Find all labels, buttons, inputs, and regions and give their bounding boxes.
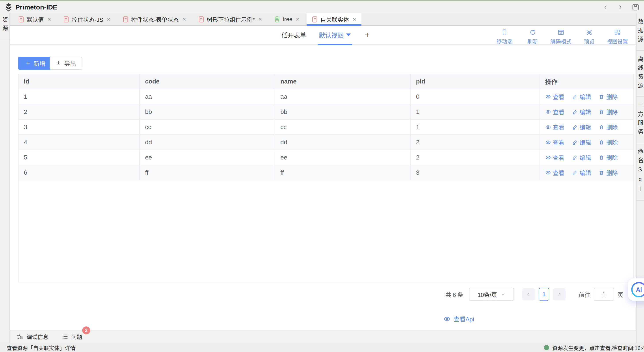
pencil-icon: [572, 109, 578, 115]
view-row-link[interactable]: 查看: [545, 138, 564, 146]
trash-icon: [598, 124, 604, 130]
edit-row-link[interactable]: 编辑: [572, 169, 591, 177]
status-bar: 查看资源「自关联实体」详情 资源发生变更，点击查看,检查时间:16:46: [0, 343, 644, 352]
sidebar-item-offline-resources[interactable]: 离线资源: [636, 51, 644, 97]
cell-id: 5: [18, 150, 140, 165]
edit-row-link[interactable]: 编辑: [572, 123, 591, 131]
tab-tree-entity[interactable]: tree ×: [269, 13, 305, 25]
mobile-preview-button[interactable]: 移动端: [492, 29, 518, 45]
cell-code: dd: [140, 135, 275, 150]
resource-change-notice[interactable]: 资源发生变更，点击查看,检查时间:16:46: [544, 343, 644, 352]
goto-page-label: 前往: [579, 290, 590, 299]
tab-control-state-form[interactable]: 控件状态-表单状态 ×: [118, 13, 191, 25]
problems-button[interactable]: 问题 2: [62, 333, 82, 341]
entity-data-table: id code name pid 操作 1 aa aa 0 查看 编辑 删除 2…: [18, 74, 634, 282]
export-button[interactable]: 导出: [50, 57, 82, 70]
view-actions: 移动端 刷新 编码模式 预览 视图设置: [492, 29, 630, 45]
problems-count-badge: 2: [82, 327, 90, 334]
view-row-link[interactable]: 查看: [545, 108, 564, 116]
add-button[interactable]: 新增: [18, 57, 52, 70]
close-icon[interactable]: ×: [48, 16, 51, 22]
next-page-button[interactable]: [553, 288, 566, 301]
pagination: 共 6 条 10条/页 1 前往 页: [446, 288, 623, 301]
close-icon[interactable]: ×: [182, 16, 186, 22]
delete-row-link[interactable]: 删除: [598, 169, 618, 177]
pencil-icon: [572, 155, 578, 160]
page-size-select[interactable]: 10条/页: [469, 288, 514, 301]
tab-default-value[interactable]: 默认值 ×: [13, 13, 56, 25]
plus-icon: [25, 60, 31, 66]
database-icon: [274, 16, 280, 23]
cell-id: 3: [18, 120, 140, 134]
edit-row-link[interactable]: 编辑: [572, 108, 591, 116]
save-icon[interactable]: [632, 3, 640, 11]
form-doc-icon: [18, 16, 24, 23]
trash-icon: [598, 139, 604, 145]
sidebar-item-thirdparty-services[interactable]: 三方服务: [636, 97, 644, 143]
table-row: 2 bb bb 1 查看 编辑 删除: [18, 104, 634, 120]
view-row-link[interactable]: 查看: [545, 153, 564, 161]
delete-row-link[interactable]: 删除: [598, 153, 618, 161]
column-header-code[interactable]: code: [140, 74, 275, 89]
code-mode-button[interactable]: 编码模式: [548, 29, 574, 45]
ai-label: Ai: [632, 283, 644, 296]
total-count-label: 共 6 条: [446, 290, 463, 299]
edit-row-link[interactable]: 编辑: [572, 153, 591, 161]
eye-icon: [545, 109, 551, 115]
refresh-button[interactable]: 刷新: [520, 29, 546, 45]
view-row-link[interactable]: 查看: [545, 92, 564, 101]
sidebar-item-resources[interactable]: 资源: [0, 13, 10, 40]
history-back-icon[interactable]: [602, 4, 609, 10]
view-row-link[interactable]: 查看: [545, 123, 564, 131]
left-sidebar: 资源: [0, 13, 10, 343]
view-api-link[interactable]: 查看Api: [444, 315, 474, 323]
tab-self-related-entity[interactable]: 自关联实体 ×: [306, 13, 361, 25]
code-window-icon: [558, 29, 564, 36]
delete-row-link[interactable]: 删除: [598, 108, 618, 116]
chevron-down-icon: [501, 292, 505, 297]
view-settings-button[interactable]: 视图设置: [604, 29, 630, 45]
delete-row-link[interactable]: 删除: [598, 138, 618, 146]
sidebar-item-named-sql[interactable]: 命名Sql: [636, 143, 644, 201]
form-doc-icon: [63, 16, 69, 23]
tab-control-state-js[interactable]: 控件状态-JS ×: [58, 13, 116, 25]
delete-row-link[interactable]: 删除: [598, 123, 618, 131]
chevron-right-icon: [557, 292, 562, 297]
eye-icon: [545, 124, 551, 130]
cell-id: 2: [18, 104, 140, 119]
trash-icon: [598, 94, 604, 100]
edit-row-link[interactable]: 编辑: [572, 138, 591, 146]
prev-page-button[interactable]: [522, 288, 535, 301]
page-number-button[interactable]: 1: [539, 288, 549, 301]
table-header-row: id code name pid 操作: [18, 74, 634, 89]
cell-name: cc: [275, 120, 410, 134]
debug-panel-bar: 调试信息 问题 2: [10, 330, 636, 343]
column-header-actions: 操作: [540, 74, 634, 89]
add-view-button[interactable]: +: [365, 30, 370, 40]
cell-code: bb: [140, 104, 275, 119]
tab-lowcode-form[interactable]: 低开表单: [282, 31, 306, 39]
history-forward-icon[interactable]: [617, 4, 623, 10]
close-icon[interactable]: ×: [296, 16, 300, 22]
edit-row-link[interactable]: 编辑: [572, 92, 591, 101]
preview-button[interactable]: 预览: [576, 29, 602, 45]
column-header-pid[interactable]: pid: [410, 74, 540, 89]
column-header-name[interactable]: name: [275, 74, 410, 89]
cell-code: cc: [140, 120, 275, 134]
debug-info-button[interactable]: 调试信息: [16, 333, 48, 341]
delete-row-link[interactable]: 删除: [598, 92, 618, 101]
sidebar-item-datasource[interactable]: 数据源: [636, 13, 644, 51]
column-header-id[interactable]: id: [18, 74, 140, 89]
close-icon[interactable]: ×: [258, 16, 262, 22]
cell-actions: 查看 编辑 删除: [540, 165, 634, 180]
close-icon[interactable]: ×: [352, 16, 356, 22]
tab-tree-dropdown-example[interactable]: 树形下拉组件示例* ×: [193, 13, 267, 25]
view-row-link[interactable]: 查看: [545, 169, 564, 177]
primeton-ide-window: Primeton-IDE 资源 数据源 离线资源 三方服务 命名Sql 默认值 …: [0, 0, 644, 352]
goto-page-input[interactable]: [594, 288, 614, 301]
eye-icon: [545, 170, 551, 176]
view-toolbar: 低开表单 默认视图 + 移动端 刷新 编码模式 预览: [10, 26, 636, 45]
ai-assistant-button[interactable]: Ai: [628, 279, 644, 301]
tab-default-view[interactable]: 默认视图: [319, 26, 351, 44]
close-icon[interactable]: ×: [107, 16, 110, 22]
